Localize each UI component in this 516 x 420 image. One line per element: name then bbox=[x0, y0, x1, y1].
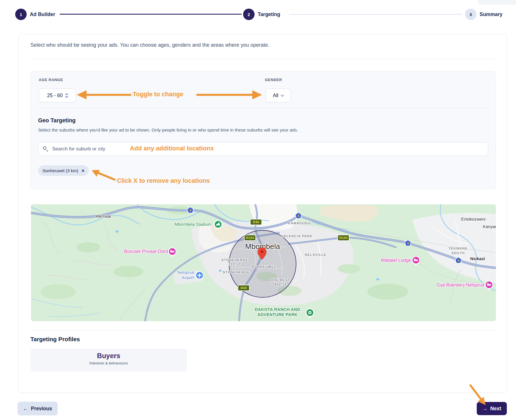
step-connector-1 bbox=[60, 14, 242, 15]
map-label-poi: ADVENTURE PARK bbox=[257, 312, 298, 317]
step-connector-2 bbox=[289, 14, 462, 15]
arrow-left-icon: ← bbox=[23, 406, 28, 412]
step-1-label[interactable]: Ad Builder bbox=[30, 11, 55, 17]
svg-text:4: 4 bbox=[458, 259, 460, 262]
divider bbox=[30, 59, 495, 59]
map-label-poi: Gija Boerdery Nelspruit bbox=[437, 282, 484, 287]
location-chip-sonheuwel[interactable]: Sonheuwel (3 km) × bbox=[38, 165, 89, 176]
geo-targeting-map[interactable]: Alkmaar Mbombela Stadium KAMAGUGU Entoko… bbox=[31, 204, 496, 321]
map-label-suburb: VALENCIA PARK bbox=[281, 234, 312, 238]
map-label-suburb: STONEHENGE bbox=[223, 270, 249, 274]
suburb-search-input[interactable] bbox=[52, 146, 224, 152]
map-label-suburb: SOUTH bbox=[452, 251, 465, 255]
map-label-suburb: SONHEUWEL bbox=[252, 265, 276, 268]
next-button[interactable]: → Next bbox=[477, 402, 507, 415]
remove-location-icon[interactable]: × bbox=[81, 168, 85, 173]
location-chip-label: Sonheuwel (3 km) bbox=[42, 168, 78, 173]
step-3-number: 3 bbox=[470, 12, 472, 17]
divider bbox=[30, 330, 495, 330]
profile-description: Interests & behaviours bbox=[30, 361, 187, 365]
age-range-value: 25 - 60 bbox=[47, 93, 62, 99]
updown-stepper-icon[interactable] bbox=[66, 94, 68, 97]
svg-text:4: 4 bbox=[189, 209, 191, 212]
geo-targeting-subtitle: Select the suburbs where you'd like your… bbox=[38, 127, 298, 133]
map-label-town: Entokozweni bbox=[461, 217, 485, 221]
age-range-label: AGE RANGE bbox=[39, 78, 63, 82]
step-3-label[interactable]: Summary bbox=[480, 11, 503, 17]
svg-text:R40: R40 bbox=[241, 286, 247, 290]
chevron-down-icon bbox=[281, 93, 284, 97]
map-label-suburb: TEKWANE bbox=[449, 247, 468, 250]
wizard-stepper: 1 Ad Builder 2 Targeting 3 Summary bbox=[0, 0, 516, 29]
map-label-poi: Mabalel Lodge bbox=[381, 258, 411, 263]
map-label-poi: Bosvark Privaat-Oord bbox=[124, 249, 168, 254]
previous-button[interactable]: ← Previous bbox=[17, 402, 58, 415]
map-label-poi: Airport bbox=[182, 275, 195, 280]
step-2-circle[interactable]: 2 bbox=[243, 9, 255, 20]
gender-value: All bbox=[273, 93, 278, 99]
gender-select[interactable]: All bbox=[266, 89, 291, 102]
svg-text:R104: R104 bbox=[246, 236, 254, 240]
next-button-label: Next bbox=[490, 406, 501, 412]
map-label-town: Nsikazi bbox=[470, 256, 485, 261]
step-1-number: 1 bbox=[20, 12, 22, 17]
audience-panel: AGE RANGE 25 - 60 GENDER All Geo Targeti… bbox=[30, 71, 496, 189]
svg-text:R104: R104 bbox=[339, 236, 348, 240]
route-badge-r104: R104 bbox=[244, 235, 256, 241]
map-label-town: Alkmaar bbox=[95, 214, 111, 219]
map-label-suburb: KAMAGUGU bbox=[288, 221, 310, 225]
suburb-search-box[interactable] bbox=[38, 142, 488, 156]
gender-label: GENDER bbox=[265, 78, 282, 82]
profile-card-buyers[interactable]: Buyers Interests & behaviours bbox=[30, 349, 187, 372]
svg-text:R40: R40 bbox=[253, 220, 259, 224]
map-label-suburb: NELSVILLE bbox=[305, 253, 327, 256]
divider bbox=[38, 108, 488, 108]
step-3-circle[interactable]: 3 bbox=[465, 9, 476, 20]
map-label-town: Kanyama bbox=[483, 224, 496, 229]
route-badge-r104: R104 bbox=[338, 235, 349, 241]
arrow-right-icon: → bbox=[482, 406, 488, 412]
svg-text:4: 4 bbox=[298, 214, 300, 217]
map-label-poi: DAKOTA RANCH AND bbox=[255, 307, 300, 312]
geo-targeting-title: Geo Targeting bbox=[38, 117, 76, 124]
previous-button-label: Previous bbox=[31, 406, 52, 412]
step-1-circle[interactable]: 1 bbox=[15, 9, 27, 20]
profile-name: Buyers bbox=[30, 352, 187, 360]
age-range-stepper[interactable]: 25 - 60 bbox=[39, 89, 76, 102]
targeting-step-card: Select who should be seeing your ads. Yo… bbox=[18, 34, 507, 393]
map-label-suburb: 454-JT bbox=[274, 283, 287, 286]
map-label-suburb: 310-JT bbox=[228, 262, 241, 266]
targeting-profiles-title: Targeting Profiles bbox=[30, 336, 80, 343]
airport-icon bbox=[196, 272, 203, 279]
route-badge-r40: R40 bbox=[238, 285, 249, 291]
map-label-suburb: STONEHENGE bbox=[221, 258, 248, 262]
map-label-suburb: THE REST bbox=[271, 278, 290, 282]
map-label-poi: Nelspruit bbox=[177, 270, 195, 275]
intro-text: Select who should be seeing your ads. Yo… bbox=[30, 42, 269, 48]
route-badge-r40: R40 bbox=[250, 219, 262, 225]
map-canvas: Alkmaar Mbombela Stadium KAMAGUGU Entoko… bbox=[31, 204, 496, 321]
step-2-number: 2 bbox=[248, 12, 250, 17]
svg-text:4: 4 bbox=[407, 242, 409, 245]
step-2-label[interactable]: Targeting bbox=[258, 11, 280, 17]
top-right-artifact bbox=[478, 0, 516, 5]
search-icon bbox=[43, 146, 48, 152]
map-label-poi: Mbombela Stadium bbox=[175, 222, 212, 227]
